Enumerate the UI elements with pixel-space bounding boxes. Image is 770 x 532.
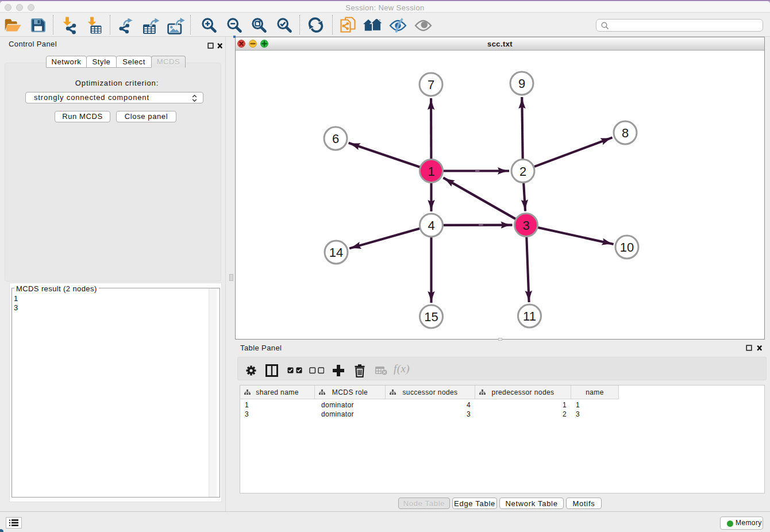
svg-text:10: 10 bbox=[620, 240, 634, 255]
svg-text:11: 11 bbox=[523, 309, 536, 323]
svg-text:6: 6 bbox=[332, 132, 339, 146]
svg-text:3: 3 bbox=[522, 218, 529, 233]
svg-text:9: 9 bbox=[518, 76, 525, 91]
svg-text:15: 15 bbox=[424, 310, 438, 324]
svg-text:1: 1 bbox=[428, 164, 434, 179]
svg-text:14: 14 bbox=[329, 245, 343, 260]
svg-text:8: 8 bbox=[622, 126, 629, 140]
svg-text:4: 4 bbox=[428, 218, 434, 233]
svg-text:2: 2 bbox=[519, 164, 526, 179]
svg-text:7: 7 bbox=[428, 78, 434, 92]
